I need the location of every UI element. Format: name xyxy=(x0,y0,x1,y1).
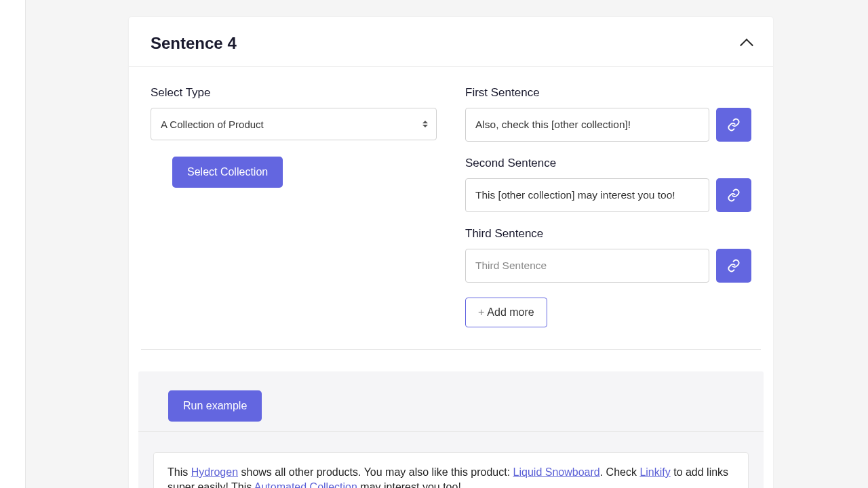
card-body: Select Type A Collection of Product Sele… xyxy=(129,67,773,349)
select-type-dropdown[interactable]: A Collection of Product xyxy=(151,108,437,140)
select-collection-button[interactable]: Select Collection xyxy=(172,157,283,188)
example-link-linkify[interactable]: Linkify xyxy=(639,466,670,478)
example-link-hydrogen[interactable]: Hydrogen xyxy=(191,466,238,478)
third-sentence-group: Third Sentence xyxy=(465,227,751,283)
second-sentence-label: Second Sentence xyxy=(465,157,751,170)
third-sentence-label: Third Sentence xyxy=(465,227,751,241)
example-link-automated-collection[interactable]: Automated Collection xyxy=(254,481,357,488)
right-column: First Sentence Second Sentence xyxy=(465,86,751,327)
second-sentence-input[interactable] xyxy=(465,178,709,212)
first-sentence-input[interactable] xyxy=(465,108,709,142)
select-caret-icon xyxy=(422,121,428,127)
divider xyxy=(141,349,761,350)
example-text-part: This xyxy=(167,466,191,478)
card-title: Sentence 4 xyxy=(151,34,237,53)
second-sentence-group: Second Sentence xyxy=(465,157,751,212)
example-link-liquid-snowboard[interactable]: Liquid Snowboard xyxy=(513,466,600,478)
link-icon xyxy=(727,259,741,272)
select-type-label: Select Type xyxy=(151,86,437,100)
left-sidebar xyxy=(0,0,26,488)
first-sentence-link-button[interactable] xyxy=(716,108,751,142)
card-header: Sentence 4 xyxy=(129,17,773,67)
example-text-part: may interest you too! xyxy=(357,481,461,488)
chevron-up-icon[interactable] xyxy=(740,39,753,52)
third-sentence-input[interactable] xyxy=(465,249,709,283)
plus-icon: + xyxy=(478,306,484,319)
sentence-card: Sentence 4 Select Type A Collection of P… xyxy=(129,17,773,488)
link-icon xyxy=(727,188,741,202)
first-sentence-group: First Sentence xyxy=(465,86,751,142)
first-sentence-label: First Sentence xyxy=(465,86,751,100)
example-block: Run example This Hydrogen shows all othe… xyxy=(138,371,764,488)
example-header: Run example xyxy=(138,371,764,432)
link-icon xyxy=(727,118,741,131)
run-example-button[interactable]: Run example xyxy=(168,390,262,422)
example-text-part: . Check xyxy=(600,466,640,478)
example-output: This Hydrogen shows all other products. … xyxy=(153,452,749,488)
left-column: Select Type A Collection of Product Sele… xyxy=(151,86,437,327)
add-more-label: Add more xyxy=(487,306,534,319)
example-text-part: shows all other products. You may also l… xyxy=(238,466,513,478)
add-more-button[interactable]: + Add more xyxy=(465,298,547,327)
select-type-value: A Collection of Product xyxy=(161,119,264,130)
third-sentence-link-button[interactable] xyxy=(716,249,751,283)
second-sentence-link-button[interactable] xyxy=(716,178,751,212)
